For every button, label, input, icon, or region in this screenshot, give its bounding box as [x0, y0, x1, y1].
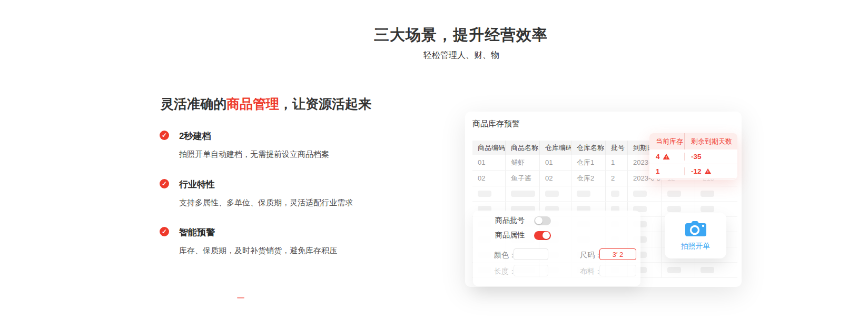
warning-icon: ! — [663, 154, 670, 159]
attr-toggle[interactable] — [534, 231, 551, 240]
col-header: 仓库名称 — [571, 141, 606, 155]
cell-batch: 1 — [606, 155, 628, 170]
feature-item-title: 2秒建档 — [179, 130, 381, 142]
photo-order-label: 拍照开单 — [681, 242, 711, 251]
cell-wh-name: 仓库2 — [571, 171, 606, 186]
skeleton-row — [472, 186, 737, 202]
color-input[interactable] — [514, 248, 548, 260]
feature-item-quick-filing: ✓ 2秒建档 拍照开单自动建档，无需提前设立商品档案 — [160, 130, 381, 159]
cell-wh-code: 02 — [540, 171, 571, 186]
feature-item-title: 行业特性 — [179, 178, 381, 191]
cell-batch: 2 — [606, 171, 628, 186]
feature-item-industry: ✓ 行业特性 支持多属性、多单位、保质期，灵活适配行业需求 — [160, 178, 381, 208]
feature-item-desc: 库存、保质期，及时补货销货，避免库存积压 — [179, 246, 381, 256]
photo-order-button[interactable]: 拍照开单 — [665, 213, 726, 258]
product-settings-panel: 商品批号 商品属性 颜色： 尺码： 长度： 布料： — [473, 211, 640, 286]
feature-item-desc: 支持多属性、多单位、保质期，灵活适配行业需求 — [179, 198, 381, 208]
size-input[interactable] — [599, 248, 636, 260]
feature-item-smart-alert: ✓ 智能预警 库存、保质期，及时补货销货，避免库存积压 — [160, 226, 381, 256]
page: 三大场景，提升经营效率 轻松管理人、财、物 灵活准确的商品管理，让资源活起来 ✓… — [0, 0, 868, 329]
attr-toggle-label: 商品属性 — [495, 231, 525, 240]
check-icon: ✓ — [160, 131, 169, 140]
col-header: 商品名称 — [506, 141, 540, 155]
attr-toggle-row: 商品属性 — [495, 231, 551, 240]
col-header: 商品编码 — [472, 141, 506, 155]
alert-stock-value: 1 — [656, 167, 660, 175]
page-title: 三大场景，提升经营效率 — [374, 25, 548, 46]
fabric-field-label: 布料： — [580, 267, 602, 276]
col-header: 仓库编码 — [540, 141, 571, 155]
carousel-indicator — [237, 297, 244, 298]
alert-col-days: 剩余到期天数 — [685, 133, 737, 149]
cell-wh-code: 01 — [540, 155, 571, 170]
feature-heading-suffix: ，让资源活起来 — [279, 96, 371, 111]
cell-name: 鲜虾 — [506, 155, 540, 170]
fabric-input[interactable] — [599, 265, 636, 276]
size-field-label: 尺码： — [580, 251, 602, 260]
batch-toggle-label: 商品批号 — [495, 216, 525, 225]
card-title: 商品库存预警 — [472, 119, 520, 129]
length-field-label: 长度： — [494, 267, 516, 276]
cell-code: 02 — [472, 171, 506, 186]
feature-heading-highlight: 商品管理 — [226, 96, 279, 111]
feature-heading: 灵活准确的商品管理，让资源活起来 — [161, 95, 371, 113]
color-field-label: 颜色： — [494, 251, 516, 260]
cell-wh-name: 仓库1 — [571, 155, 606, 170]
stock-alert-panel: 当前库存 剩余到期天数 4 ! -35 1 -12 ! — [649, 133, 737, 180]
check-icon: ✓ — [160, 179, 169, 188]
alert-row: 4 ! -35 — [649, 149, 737, 164]
batch-toggle[interactable] — [534, 216, 551, 225]
alert-row: 1 -12 ! — [649, 164, 737, 179]
alert-panel-header: 当前库存 剩余到期天数 — [649, 133, 737, 149]
warning-icon: ! — [705, 168, 712, 174]
length-input[interactable] — [514, 265, 548, 276]
camera-icon — [684, 220, 708, 238]
check-icon: ✓ — [160, 227, 169, 236]
feature-item-desc: 拍照开单自动建档，无需提前设立商品档案 — [179, 149, 381, 159]
page-subtitle: 轻松管理人、财、物 — [423, 50, 499, 61]
batch-toggle-row: 商品批号 — [495, 216, 551, 225]
alert-days-value: -35 — [691, 153, 702, 161]
feature-heading-prefix: 灵活准确的 — [161, 96, 226, 111]
feature-item-title: 智能预警 — [179, 226, 381, 238]
cell-code: 01 — [472, 155, 506, 170]
alert-stock-value: 4 — [656, 153, 660, 161]
alert-col-stock: 当前库存 — [649, 133, 685, 149]
col-header: 批号 — [606, 141, 628, 155]
alert-days-value: -12 — [691, 167, 702, 175]
cell-name: 鱼子酱 — [506, 171, 540, 186]
